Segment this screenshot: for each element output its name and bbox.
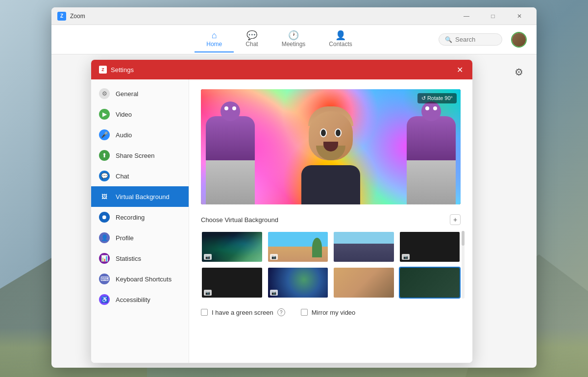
main-content: ⚙ Z Settings ✕ ⚙ General ▶ V bbox=[51, 54, 537, 368]
chat-nav-icon: 💬 bbox=[246, 31, 257, 40]
close-button[interactable]: ✕ bbox=[508, 9, 531, 23]
search-icon: 🔍 bbox=[445, 36, 452, 43]
settings-title: Settings bbox=[111, 66, 455, 74]
city-thumb-img bbox=[334, 232, 394, 262]
cat-thumb-img bbox=[334, 268, 394, 298]
settings-nav-virtual-background[interactable]: 🖼 Virtual Background bbox=[91, 186, 189, 207]
right-figure-eyes bbox=[425, 106, 437, 110]
statistics-label: Statistics bbox=[116, 255, 141, 262]
vbg-thumb-earth[interactable]: 📷 bbox=[267, 267, 329, 299]
audio-label: Audio bbox=[116, 131, 132, 139]
maximize-button[interactable]: □ bbox=[482, 9, 504, 23]
right-figure-eye-left bbox=[425, 106, 429, 110]
video-preview: ↺ Rotate 90° bbox=[201, 89, 461, 204]
vbg-scrollbar-thumb bbox=[462, 231, 465, 246]
selected-thumb-img bbox=[400, 268, 460, 298]
settings-content-area: ↺ Rotate 90° Choose Virtual Background + bbox=[189, 79, 472, 363]
settings-nav-general[interactable]: ⚙ General bbox=[91, 83, 189, 104]
tab-contacts-label: Contacts bbox=[329, 41, 352, 48]
help-icon[interactable]: ? bbox=[277, 308, 285, 316]
keyboard-label: Keyboard Shortcuts bbox=[116, 276, 172, 283]
tab-chat[interactable]: 💬 Chat bbox=[234, 27, 270, 52]
statistics-icon: 📊 bbox=[99, 253, 110, 264]
tab-home[interactable]: ⌂ Home bbox=[195, 27, 234, 52]
tab-contacts[interactable]: 👤 Contacts bbox=[317, 27, 364, 52]
settings-nav-keyboard[interactable]: ⌨ Keyboard Shortcuts bbox=[91, 269, 189, 289]
cam-icon-beach: 📷 bbox=[270, 254, 278, 260]
chat-settings-label: Chat bbox=[116, 173, 129, 180]
mirror-option: Mirror my video bbox=[301, 309, 356, 316]
cam-icon-aurora: 📷 bbox=[204, 254, 212, 260]
gear-button[interactable]: ⚙ bbox=[511, 64, 527, 80]
recording-icon: ⏺ bbox=[99, 212, 110, 223]
rotate-button[interactable]: ↺ Rotate 90° bbox=[417, 93, 457, 103]
app-logo: Z bbox=[57, 12, 66, 21]
vbg-title: Choose Virtual Background bbox=[201, 216, 278, 224]
general-label: General bbox=[116, 90, 138, 98]
eye-left bbox=[320, 128, 327, 137]
tab-home-label: Home bbox=[206, 41, 222, 48]
vbg-thumb-aurora[interactable]: 📷 bbox=[201, 231, 263, 263]
vbg-thumb-black[interactable]: 📷 bbox=[399, 231, 461, 263]
right-figure-head bbox=[421, 101, 441, 121]
home-icon: ⌂ bbox=[212, 31, 217, 40]
nav-bar: ⌂ Home 💬 Chat 🕐 Meetings 👤 Contacts 🔍 bbox=[51, 25, 537, 54]
meetings-icon: 🕐 bbox=[288, 31, 299, 40]
settings-close-button[interactable]: ✕ bbox=[455, 65, 465, 75]
cam-icon-black2: 📷 bbox=[204, 290, 212, 296]
settings-body: ⚙ General ▶ Video 🎤 Audio ⬆ Share Screen bbox=[91, 79, 472, 363]
user-avatar[interactable] bbox=[511, 32, 527, 48]
share-screen-label: Share Screen bbox=[116, 152, 155, 159]
person-head bbox=[309, 111, 353, 160]
mirror-label: Mirror my video bbox=[312, 309, 356, 316]
settings-header: Z Settings ✕ bbox=[91, 60, 472, 79]
left-figure-eyes bbox=[224, 106, 236, 110]
settings-nav-accessibility[interactable]: ♿ Accessibility bbox=[91, 289, 189, 310]
settings-nav-share-screen[interactable]: ⬆ Share Screen bbox=[91, 145, 189, 166]
settings-nav-recording[interactable]: ⏺ Recording bbox=[91, 207, 189, 227]
vbg-thumb-selected[interactable] bbox=[399, 267, 461, 299]
settings-nav-statistics[interactable]: 📊 Statistics bbox=[91, 248, 189, 269]
search-input[interactable] bbox=[455, 36, 494, 43]
window-controls: — □ ✕ bbox=[455, 9, 531, 23]
minimize-button[interactable]: — bbox=[455, 9, 478, 23]
vbg-thumb-beach[interactable]: 📷 bbox=[267, 231, 329, 263]
settings-dialog: Z Settings ✕ ⚙ General ▶ Video bbox=[91, 59, 473, 363]
settings-nav-video[interactable]: ▶ Video bbox=[91, 104, 189, 125]
app-title: Zoom bbox=[70, 13, 455, 20]
settings-nav-audio[interactable]: 🎤 Audio bbox=[91, 125, 189, 145]
person-body bbox=[301, 165, 360, 204]
profile-label: Profile bbox=[116, 234, 134, 242]
vbg-grid: 📷 📷 📷 bbox=[201, 231, 461, 299]
vbg-thumb-city[interactable] bbox=[333, 231, 395, 263]
avatar-image bbox=[512, 33, 526, 47]
vbg-thumb-black2[interactable]: 📷 bbox=[201, 267, 263, 299]
settings-nav-chat[interactable]: 💬 Chat bbox=[91, 166, 189, 186]
mirror-checkbox[interactable] bbox=[301, 309, 308, 316]
tab-meetings-label: Meetings bbox=[282, 41, 306, 48]
right-figure bbox=[407, 116, 456, 204]
vbg-header: Choose Virtual Background + bbox=[201, 214, 461, 225]
virtual-bg-label: Virtual Background bbox=[116, 193, 170, 201]
cam-icon-earth: 📷 bbox=[270, 290, 278, 296]
nav-tabs: ⌂ Home 💬 Chat 🕐 Meetings 👤 Contacts bbox=[61, 27, 497, 52]
virtual-bg-icon: 🖼 bbox=[99, 191, 110, 202]
tab-meetings[interactable]: 🕐 Meetings bbox=[270, 27, 318, 52]
add-background-button[interactable]: + bbox=[450, 214, 461, 225]
video-person bbox=[287, 106, 375, 204]
vbg-scrollbar[interactable] bbox=[462, 231, 465, 299]
vbg-thumb-cat[interactable] bbox=[333, 267, 395, 299]
virtual-bg-section: Choose Virtual Background + 📷 📷 bbox=[201, 214, 461, 316]
vbg-options: I have a green screen ? Mirror my video bbox=[201, 308, 461, 316]
settings-sidebar: ⚙ General ▶ Video 🎤 Audio ⬆ Share Screen bbox=[91, 79, 189, 363]
video-label: Video bbox=[116, 111, 132, 118]
accessibility-icon: ♿ bbox=[99, 294, 110, 305]
left-figure-eye-left bbox=[224, 106, 228, 110]
green-screen-checkbox[interactable] bbox=[201, 309, 208, 316]
contacts-icon: 👤 bbox=[335, 31, 346, 40]
recording-label: Recording bbox=[116, 214, 145, 221]
settings-nav-profile[interactable]: 👤 Profile bbox=[91, 227, 189, 248]
eye-right bbox=[335, 128, 342, 137]
title-bar: Z Zoom — □ ✕ bbox=[51, 7, 537, 25]
profile-icon: 👤 bbox=[99, 232, 110, 243]
